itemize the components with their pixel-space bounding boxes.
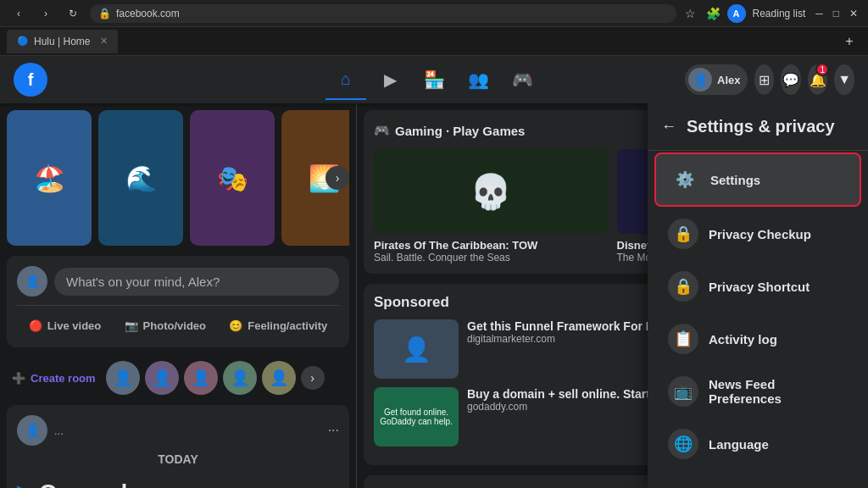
live-video-btn[interactable]: 🔴 Live video: [19, 314, 112, 337]
privacy-shortcut-icon: 🔒: [668, 271, 698, 302]
messenger-btn[interactable]: 💬: [781, 64, 801, 95]
gaming-title-text: Gaming · Play Games: [395, 124, 525, 138]
profile-icon[interactable]: A: [727, 4, 746, 23]
post-subtitle: ...: [54, 424, 64, 437]
notification-badge: 1: [815, 63, 829, 76]
post-actions: 🔴 Live video 📷 Photo/video 😊 Feeling/act…: [17, 305, 339, 337]
language-icon: 🌐: [668, 429, 698, 459]
post-avatar: 👤: [17, 266, 47, 297]
maximize-btn[interactable]: □: [830, 4, 843, 23]
nav-groups-btn[interactable]: 👥: [458, 59, 498, 100]
settings-header: ← Settings & privacy: [648, 103, 868, 151]
contacts-row: ➕ Create room 👤 👤 👤 👤 👤 ›: [7, 358, 349, 398]
browser-controls: ‹ › ↻: [7, 4, 85, 23]
browser-chrome: ‹ › ↻ 🔒 facebook.com ☆ 🧩 A Reading list …: [0, 0, 868, 27]
settings-item-news-feed[interactable]: 📺 News Feed Preferences: [654, 366, 861, 417]
settings-item-label-activity-log: Activity log: [709, 332, 777, 347]
lock-icon: 🔒: [98, 8, 111, 19]
story-2[interactable]: 🌊: [98, 110, 183, 246]
opened-label: ▶ Opened: [17, 473, 339, 488]
post-header: 👤 ... ···: [17, 415, 339, 446]
nav-left: f: [14, 63, 183, 97]
contact-4[interactable]: 👤: [223, 361, 257, 395]
refresh-btn[interactable]: ↻: [61, 4, 85, 23]
feed-post: 👤 ... ··· TODAY ▶ Opened: [7, 405, 349, 488]
new-tab-btn[interactable]: +: [837, 32, 861, 51]
star-icon[interactable]: ☆: [682, 3, 699, 24]
left-col: 🏖️ 🌊 🎭 🌅 › 👤 What's on your mind, Alex?: [0, 103, 356, 488]
settings-item-privacy-shortcut[interactable]: 🔒 Privacy Shortcut: [654, 261, 861, 312]
post-options-btn[interactable]: ···: [328, 423, 339, 438]
nav-gaming-btn[interactable]: 🎮: [502, 59, 542, 100]
contacts-next-btn[interactable]: ›: [301, 366, 325, 390]
game-title-1: Pirates Of The Caribbean: TOW: [374, 239, 609, 252]
post-box: 👤 What's on your mind, Alex? 🔴 Live vide…: [7, 256, 349, 347]
create-room-label: Create room: [31, 372, 96, 385]
back-browser-btn[interactable]: ‹: [7, 4, 31, 23]
contact-5[interactable]: 👤: [262, 361, 296, 395]
story-3[interactable]: 🎭: [190, 110, 275, 246]
nav-marketplace-btn[interactable]: 🏪: [414, 59, 454, 100]
today-label: TODAY: [17, 452, 339, 466]
nav-right: 👤 Alex ⊞ 💬 🔔 1 ▼: [685, 64, 854, 95]
ad-label-2: Get found online. GoDaddy can help.: [379, 408, 453, 426]
apps-grid-btn[interactable]: ⊞: [754, 64, 775, 95]
extension-icon[interactable]: 🧩: [703, 3, 724, 24]
news-feed-icon: 📺: [668, 376, 698, 407]
browser-actions: ☆ 🧩 A Reading list ─ □ ✕: [682, 3, 861, 24]
tab-controls: +: [837, 32, 861, 51]
tab-bar: 🔵 Hulu | Home ✕ +: [0, 27, 868, 56]
create-room-icon: ➕: [12, 372, 25, 385]
settings-back-btn[interactable]: ←: [661, 118, 676, 136]
story-bg-3: 🎭: [190, 110, 275, 246]
close-btn[interactable]: ✕: [846, 4, 861, 23]
fb-logo[interactable]: f: [14, 63, 47, 97]
forward-browser-btn[interactable]: ›: [34, 4, 58, 23]
post-input-row: 👤 What's on your mind, Alex?: [17, 266, 339, 297]
settings-item-language[interactable]: 🌐 Language: [654, 419, 861, 469]
contact-3[interactable]: 👤: [184, 361, 218, 395]
photo-video-btn[interactable]: 📷 Photo/video: [114, 314, 216, 337]
settings-item-label-language: Language: [709, 437, 769, 452]
account-btn[interactable]: ▼: [834, 64, 854, 95]
activity-log-icon: 📋: [668, 324, 698, 354]
settings-panel: ← Settings & privacy ⚙️ Settings 🔒 Priva…: [648, 103, 868, 488]
contact-1[interactable]: 👤: [106, 361, 140, 395]
game-thumb-1: 💀: [374, 149, 609, 234]
tab-close-icon[interactable]: ✕: [100, 36, 108, 47]
nav-watch-btn[interactable]: ▶: [370, 59, 410, 100]
nav-home-btn[interactable]: ⌂: [326, 59, 366, 100]
fb-container: f ⌂ ▶ 🏪 👥 🎮 👤 Alex ⊞ 💬 🔔 1 ▼: [0, 56, 868, 488]
contact-2[interactable]: 👤: [145, 361, 179, 395]
user-name: Alex: [717, 74, 740, 86]
post-input[interactable]: What's on your mind, Alex?: [54, 268, 339, 296]
url-text: facebook.com: [116, 8, 180, 19]
widget-title: 🎮 Gaming · Play Games: [374, 123, 525, 138]
create-room-btn[interactable]: ➕ Create room: [7, 369, 101, 388]
minimize-btn[interactable]: ─: [812, 4, 826, 23]
notifications-btn[interactable]: 🔔 1: [808, 64, 828, 95]
story-1[interactable]: 🏖️: [7, 110, 92, 246]
address-bar[interactable]: 🔒 facebook.com: [90, 4, 676, 23]
gaming-icon: 🎮: [374, 123, 390, 138]
settings-item-settings[interactable]: ⚙️ Settings: [654, 152, 861, 207]
play-icon: ▶: [17, 481, 32, 488]
privacy-checkup-icon: 🔒: [668, 219, 698, 249]
live-video-label: Live video: [47, 319, 102, 332]
nav-center: ⌂ ▶ 🏪 👥 🎮: [183, 59, 685, 100]
feeling-btn[interactable]: 😊 Feeling/activity: [219, 314, 337, 337]
reading-list-btn[interactable]: Reading list: [749, 4, 810, 23]
user-avatar: 👤: [688, 68, 712, 92]
story-bg-2: 🌊: [98, 110, 183, 246]
settings-item-privacy-checkup[interactable]: 🔒 Privacy Checkup: [654, 208, 861, 259]
stories-next-btn[interactable]: ›: [326, 166, 349, 190]
active-tab[interactable]: 🔵 Hulu | Home ✕: [7, 30, 118, 53]
game-card-1[interactable]: 💀 Pirates Of The Caribbean: TOW Sail. Ba…: [374, 149, 609, 263]
post-meta: ...: [54, 424, 64, 437]
settings-item-label-settings: Settings: [710, 173, 760, 187]
user-menu-btn[interactable]: 👤 Alex: [685, 64, 747, 95]
fb-main: 🏖️ 🌊 🎭 🌅 › 👤 What's on your mind, Alex?: [0, 103, 868, 488]
settings-item-activity-log[interactable]: 📋 Activity log: [654, 313, 861, 364]
settings-panel-title: Settings & privacy: [687, 117, 835, 136]
ad-thumb-1: 👤: [374, 319, 459, 379]
